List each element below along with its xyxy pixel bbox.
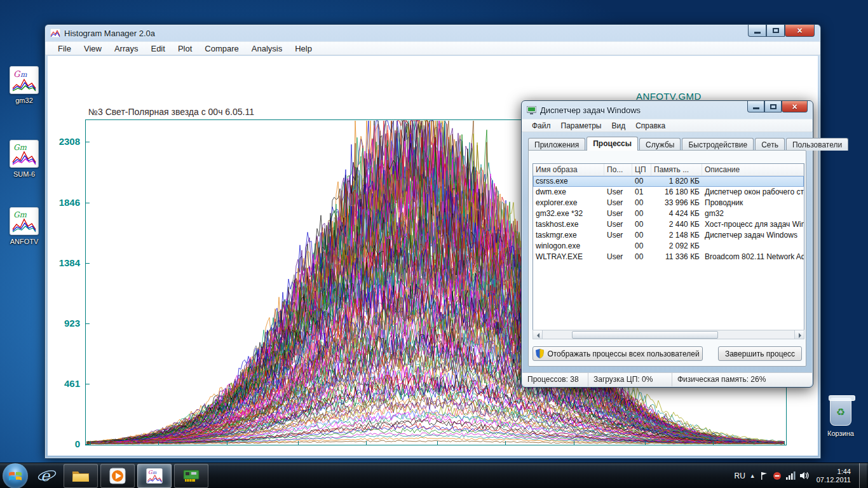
cell-c3: 11 336 КБ: [651, 252, 702, 262]
tm-tab-1[interactable]: Процессы: [587, 137, 638, 151]
system-tray: RU ▲ 1:44 07.12.2011: [734, 463, 868, 488]
desktop: { "desktop": { "icons": [ { "label": "gm…: [0, 0, 868, 488]
svg-text:e: e: [41, 467, 51, 485]
scrollbar-track[interactable]: [543, 330, 794, 339]
cell-c3: 4 424 КБ: [651, 208, 702, 219]
scroll-left-arrow[interactable]: [533, 330, 543, 339]
tm-titlebar[interactable]: Диспетчер задач Windows ×: [522, 101, 813, 119]
cell-c4: [702, 241, 804, 252]
tray-expand-icon[interactable]: ▲: [750, 473, 756, 479]
end-process-label: Завершить процесс: [725, 349, 795, 358]
cell-c2: 00: [632, 219, 651, 230]
cell-c0: csrss.exe: [533, 176, 604, 187]
horizontal-scrollbar[interactable]: [532, 330, 804, 339]
desktop-icon-sum6[interactable]: Gm SUM-6: [1, 140, 47, 178]
tm-tab-2[interactable]: Службы: [639, 138, 681, 151]
language-indicator[interactable]: RU: [734, 471, 745, 480]
app-menu-plot[interactable]: Plot: [172, 43, 198, 55]
taskbar: e G m: [0, 463, 868, 488]
action-center-flag-icon[interactable]: [760, 471, 768, 480]
app-menu-help[interactable]: Help: [288, 43, 318, 55]
column-header-4[interactable]: Описание: [702, 164, 804, 175]
taskbar-devicecard-button[interactable]: [174, 464, 208, 488]
x-tick-label-5: 353: [423, 455, 451, 456]
cell-c0: taskmgr.exe: [533, 230, 604, 241]
x-tick-label-0: 226: [76, 455, 104, 456]
desktop-icon-gm32[interactable]: G m gm32: [1, 66, 47, 104]
taskbar-gm32-button[interactable]: G m: [137, 464, 172, 488]
x-tick-label-3: 302: [284, 455, 312, 456]
x-tick-label-7: 403: [560, 455, 588, 456]
antivirus-tray-icon[interactable]: [773, 471, 782, 480]
tm-tab-4[interactable]: Сеть: [755, 138, 785, 151]
taskbar-mediaplayer-button[interactable]: [100, 464, 135, 488]
process-row[interactable]: explorer.exeUser0033 996 КБПроводник: [533, 198, 804, 208]
process-rows: csrss.exe001 820 КБdwm.exeUser0116 180 К…: [533, 176, 804, 262]
maximize-button[interactable]: [766, 25, 785, 37]
process-row[interactable]: taskhost.exeUser002 440 КБХост-процесс д…: [533, 219, 804, 230]
start-button[interactable]: [3, 463, 28, 488]
cell-c4: Broadcom 802.11 Network Adapt: [702, 252, 804, 262]
process-row[interactable]: taskmgr.exeUser002 148 КБДиспетчер задач…: [533, 230, 804, 241]
scroll-right-arrow[interactable]: [794, 330, 804, 339]
tm-menu-параметры[interactable]: Параметры: [556, 120, 607, 132]
app-title: Histogram Manager 2.0a: [64, 29, 155, 38]
column-header-2[interactable]: ЦП: [632, 164, 651, 175]
process-row[interactable]: gm32.exe *32User004 424 КБgm32: [533, 208, 804, 219]
app-menu-arrays[interactable]: Arrays: [108, 43, 145, 55]
desktop-icon-anfotv[interactable]: Gm ANFOTV: [1, 207, 47, 245]
cell-c4: gm32: [702, 208, 804, 219]
process-row[interactable]: csrss.exe001 820 КБ: [533, 176, 804, 187]
process-row[interactable]: WLTRAY.EXEUser0011 336 КБBroadcom 802.11…: [533, 252, 804, 262]
taskbar-explorer-button[interactable]: [64, 464, 98, 488]
tm-titlebar-icon: [527, 106, 536, 114]
app-menu-view[interactable]: View: [78, 43, 108, 55]
app-menu-analysis[interactable]: Analysis: [245, 43, 288, 55]
process-row[interactable]: dwm.exeUser0116 180 КБДиспетчер окон раб…: [533, 187, 804, 198]
cell-c1: User: [604, 252, 632, 262]
app-titlebar[interactable]: Histogram Manager 2.0a ×: [45, 25, 820, 41]
end-process-button[interactable]: Завершить процесс: [718, 346, 802, 361]
tm-menu-справка[interactable]: Справка: [630, 120, 670, 132]
desktop-icon-label: gm32: [1, 97, 47, 104]
x-tick-label-1: 251: [144, 455, 172, 456]
minimize-button[interactable]: [748, 25, 766, 37]
tm-tab-5[interactable]: Пользователи: [786, 138, 848, 151]
cell-c3: 2 440 КБ: [651, 219, 702, 230]
tm-tab-0[interactable]: Приложения: [528, 138, 585, 151]
y-tick-label-4: 1846: [48, 197, 80, 208]
app-titlebar-icon: [50, 29, 60, 37]
cell-c3: 16 180 КБ: [651, 187, 702, 198]
close-button[interactable]: ×: [785, 25, 815, 37]
app-menu-compare[interactable]: Compare: [198, 43, 245, 55]
tm-tab-3[interactable]: Быстродействие: [682, 138, 754, 151]
network-card-icon: [182, 468, 200, 484]
clock[interactable]: 1:44 07.12.2011: [817, 468, 851, 484]
tm-maximize-button[interactable]: [764, 101, 782, 112]
show-all-processes-button[interactable]: Отображать процессы всех пользователей: [532, 346, 703, 361]
tm-menu-вид[interactable]: Вид: [606, 120, 630, 132]
column-header-1[interactable]: По...: [604, 164, 632, 175]
tm-minimize-button[interactable]: [747, 101, 764, 112]
tm-close-button[interactable]: ×: [782, 101, 808, 112]
tm-menu-файл[interactable]: Файл: [527, 120, 556, 132]
process-row[interactable]: winlogon.exe002 092 КБ: [533, 241, 804, 252]
recycle-bin-icon[interactable]: ♻ Корзина: [818, 398, 863, 437]
ie-taskbar-icon[interactable]: e: [33, 464, 61, 488]
show-desktop-button[interactable]: [859, 463, 867, 488]
app-menu-edit[interactable]: Edit: [144, 43, 171, 55]
process-list-header[interactable]: Имя образаПо...ЦППамять ...Описание: [533, 164, 804, 176]
status-item-1: Загрузка ЦП: 0%: [588, 373, 672, 386]
cell-c2: 00: [632, 241, 651, 252]
cell-c4: Диспетчер задач Windows: [702, 230, 804, 241]
app-menu-file[interactable]: File: [51, 43, 78, 55]
column-header-0[interactable]: Имя образа: [533, 164, 604, 175]
tm-statusbar: Процессов: 38Загрузка ЦП: 0%Физическая п…: [522, 372, 812, 386]
clock-time: 1:44: [817, 468, 851, 476]
svg-text:Gm: Gm: [13, 210, 27, 219]
network-tray-icon[interactable]: [786, 471, 796, 480]
scrollbar-thumb[interactable]: [572, 331, 718, 339]
column-header-3[interactable]: Память ...: [651, 164, 702, 175]
volume-tray-icon[interactable]: [800, 471, 810, 480]
cell-c3: 33 996 КБ: [651, 198, 702, 208]
